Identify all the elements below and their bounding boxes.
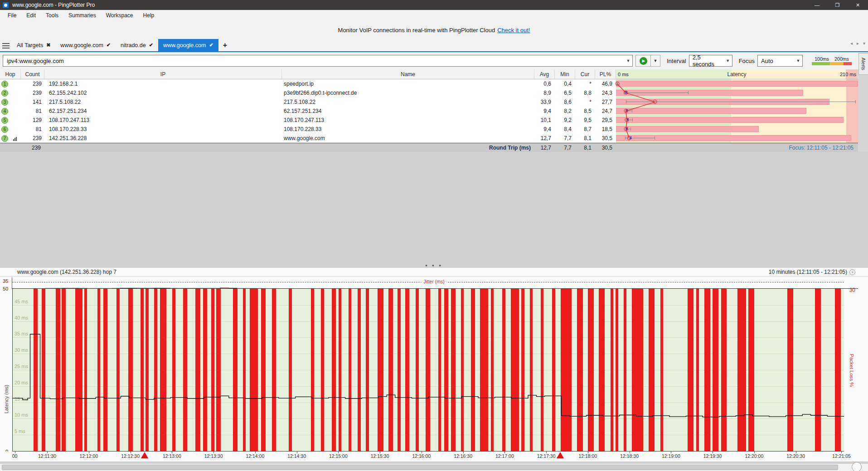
chevron-down-icon: ▼ xyxy=(794,58,802,63)
graph-title: www.google.com (142.251.36.228) hop 7 xyxy=(17,269,116,275)
col-header-ip[interactable]: IP xyxy=(44,69,282,79)
start-options-dropdown[interactable]: ▼ xyxy=(650,55,660,67)
promo-banner: Monitor VoIP connections in real-time wi… xyxy=(0,21,868,39)
trace-table: Hop Count IP Name Avg Min Cur PL% 0 ms L… xyxy=(0,69,858,152)
avg-cell: 9,4 xyxy=(534,107,555,116)
table-row[interactable]: 1239192.168.2.1speedport.ip0,60,4*46,9 xyxy=(0,79,858,88)
pl-cell: 30,5 xyxy=(595,134,616,143)
min-cell: 0,4 xyxy=(555,79,575,88)
name-cell: 108.170.228.33 xyxy=(282,125,534,134)
time-range-selector[interactable]: 10 minutes (12:11:05 - 12:21:05) ˅ xyxy=(769,269,855,275)
menu-item-file[interactable]: File xyxy=(4,11,20,20)
tab-list-icon[interactable]: ▾ xyxy=(863,41,865,46)
table-row[interactable]: 223962.155.242.102p3e9bf266.dip0.t-ipcon… xyxy=(0,88,858,97)
round-trip-min: 7,7 xyxy=(555,143,575,152)
avg-cell: 0,6 xyxy=(534,79,555,88)
check-icon[interactable]: ✔ xyxy=(107,42,111,48)
col-header-min[interactable]: Min xyxy=(555,69,575,79)
restore-button[interactable]: ❐ xyxy=(827,0,848,10)
table-row[interactable]: 681108.170.228.33108.170.228.339,48,48,7… xyxy=(0,125,858,134)
packet-loss-bar xyxy=(616,117,844,123)
focus-select[interactable]: Auto ▼ xyxy=(757,55,803,67)
min-cell: 8,4 xyxy=(555,125,575,134)
current-marker-icon xyxy=(653,100,657,104)
time-label: 12:17:00 xyxy=(495,453,514,459)
latency-max-label: 210 ms xyxy=(840,72,856,77)
target-input[interactable] xyxy=(3,58,624,64)
latency-graph-cell: x xyxy=(616,107,858,116)
col-header-pl[interactable]: PL% xyxy=(595,69,616,79)
min-cell: 6,5 xyxy=(555,88,575,97)
time-label: 12:20:30 xyxy=(786,453,805,459)
focus-value: Auto xyxy=(761,58,773,64)
alert-triangle-icon[interactable] xyxy=(557,452,564,458)
hop-number-badge: 6 xyxy=(1,126,8,133)
table-row[interactable]: 7239142.251.36.228www.google.com12,77,78… xyxy=(0,134,858,143)
packet-loss-max-label: 30 xyxy=(849,287,855,293)
hop-cell: 3 xyxy=(0,97,21,107)
count-cell: 239 xyxy=(21,88,44,97)
horizontal-scrollbar[interactable] xyxy=(0,464,868,471)
app-logo-icon xyxy=(3,2,9,8)
table-row[interactable]: 5129108.170.247.113108.170.247.11310,19,… xyxy=(0,116,858,125)
name-cell: 108.170.247.113 xyxy=(282,116,534,125)
tab-label: www.google.com xyxy=(163,42,206,49)
timeline-plot-wrap: 50 0 Latency (ms) 30 Packet Loss % 45 ms… xyxy=(0,289,868,452)
menu-item-edit[interactable]: Edit xyxy=(22,11,40,20)
menu-item-help[interactable]: Help xyxy=(139,11,159,20)
hamburger-icon[interactable] xyxy=(0,40,12,51)
tab-scroll-right-icon[interactable]: ▸ xyxy=(857,41,859,46)
col-header-count[interactable]: Count xyxy=(21,69,44,79)
tab-www-google-com[interactable]: www.google.com✔ xyxy=(55,39,116,51)
time-label: 12:20:00 xyxy=(745,453,763,459)
alert-triangle-icon[interactable] xyxy=(141,452,148,458)
scrollbar-thumb[interactable] xyxy=(2,465,838,470)
tab-www-google-com[interactable]: www.google.com✔ xyxy=(158,39,218,51)
col-header-latency[interactable]: 0 ms Latency 210 ms xyxy=(616,69,858,79)
table-row[interactable]: 3141217.5.108.22217.5.108.2233,98,6*27,7 xyxy=(0,97,858,107)
start-trace-button[interactable]: ▶ xyxy=(635,55,651,67)
tab-all-targets[interactable]: All Targets✖ xyxy=(12,39,55,51)
promo-link[interactable]: Check it out! xyxy=(497,27,530,34)
time-label: 12:17:30 xyxy=(537,453,556,459)
avg-cell: 10,1 xyxy=(534,116,555,125)
min-cell: 9,2 xyxy=(555,116,575,125)
time-label: 12:15:00 xyxy=(329,453,348,459)
pl-cell: 24,7 xyxy=(595,107,616,116)
tab-scroll-left-icon[interactable]: ◂ xyxy=(850,41,853,46)
tab-nitrado-de[interactable]: nitrado.de✔ xyxy=(116,39,158,51)
col-header-hop[interactable]: Hop xyxy=(0,69,21,79)
scroll-to-latest-button[interactable] xyxy=(852,462,862,471)
interval-select[interactable]: 2,5 seconds ▼ xyxy=(689,55,732,67)
menu-item-workspace[interactable]: Workspace xyxy=(102,11,137,20)
alerts-side-tab[interactable]: Alerts xyxy=(858,53,868,75)
current-marker-icon xyxy=(624,91,628,95)
timeline-plot-area[interactable]: 45 ms40 ms35 ms30 ms25 ms20 ms15 ms10 ms… xyxy=(12,289,844,452)
time-label: 12:16:30 xyxy=(454,453,472,459)
time-axis: 0012:11:3012:12:0012:12:3012:13:0012:13:… xyxy=(0,452,868,461)
right-gutter xyxy=(858,69,868,152)
interval-label: Interval xyxy=(667,58,686,64)
play-controls: ▶ ▼ xyxy=(635,55,660,67)
time-label: 12:13:30 xyxy=(204,453,223,459)
minimize-button[interactable]: — xyxy=(807,0,827,10)
col-header-name[interactable]: Name xyxy=(282,69,534,79)
check-icon[interactable]: ✔ xyxy=(209,42,213,48)
menu-item-summaries[interactable]: Summaries xyxy=(64,11,100,20)
target-dropdown-icon[interactable]: ▼ xyxy=(624,58,632,63)
window-title: www.google.com - PingPlotter Pro xyxy=(12,2,95,8)
current-marker-icon xyxy=(627,136,631,140)
new-tab-button[interactable]: + xyxy=(218,39,232,51)
table-row[interactable]: 48162.157.251.23462.157.251.2349,48,28,5… xyxy=(0,107,858,116)
hop-cell: 2 xyxy=(0,88,21,97)
time-label: 12:12:30 xyxy=(121,453,140,459)
ip-cell: 108.170.247.113 xyxy=(44,116,282,125)
menu-item-tools[interactable]: Tools xyxy=(42,11,63,20)
splitter-handle[interactable]: ● ● ● xyxy=(0,262,868,268)
col-header-cur[interactable]: Cur xyxy=(575,69,595,79)
col-header-avg[interactable]: Avg xyxy=(534,69,555,79)
close-icon[interactable]: ✖ xyxy=(46,42,50,48)
close-button[interactable]: ✕ xyxy=(848,0,868,10)
hop-cell: 7 xyxy=(0,134,21,143)
check-icon[interactable]: ✔ xyxy=(149,42,153,48)
